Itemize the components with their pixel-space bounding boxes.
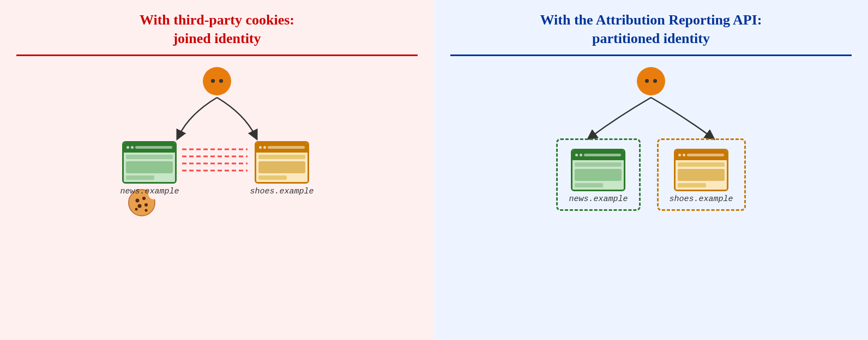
svg-point-12 [145,209,148,211]
left-tb-bar2 [268,146,305,149]
left-browsers-row: news.example [120,141,314,196]
left-person-row [16,67,418,98]
right-tb-bar [584,154,621,156]
svg-point-9 [138,204,142,208]
left-tb-bar [135,146,172,149]
right-partitions-row: news.example shoes.example [450,138,852,211]
left-eye-left [211,79,215,83]
right-shoes-label: shoes.example [670,195,733,204]
left-shoes-block [258,161,305,173]
left-title-line2: joined identity [173,31,261,46]
right-tb-dot4 [683,154,685,156]
right-divider [450,54,852,56]
left-news-label: news.example [120,187,179,196]
svg-point-7 [136,198,140,202]
svg-point-11 [135,208,138,210]
right-tb-dot3 [678,154,681,156]
right-person-avatar [636,67,666,98]
left-tb-dot4 [263,146,266,149]
left-browser2-container: shoes.example [250,141,314,196]
left-panel: With third-party cookies: joined identit… [0,0,434,340]
right-person-head [637,67,665,95]
left-tb-dot3 [259,146,262,149]
right-news-label: news.example [569,195,628,204]
left-shoes-line1 [258,155,305,159]
right-browser-news-toolbar [572,150,624,160]
right-tb-bar2 [687,154,724,156]
right-browser-shoes [674,149,728,191]
left-browser1-container: news.example [120,141,179,196]
right-browser-news [571,149,625,191]
svg-point-8 [142,197,146,200]
left-browser-shoes-body [256,153,308,182]
left-tb-dot1 [126,146,129,149]
left-arrows-svg [135,92,299,147]
left-eye-right [219,79,223,83]
left-browser-shoes-toolbar [256,143,308,153]
right-panel: With the Attribution Reporting API: part… [434,0,868,340]
right-browser-shoes-body [676,160,727,190]
svg-point-10 [144,203,148,207]
right-shoes-line2 [678,183,706,187]
right-news-line1 [575,162,622,167]
left-shoes-label: shoes.example [250,187,314,196]
right-browser-shoes-toolbar [676,150,727,160]
right-title-line2: partitioned identity [592,31,710,46]
left-red-dashes [179,141,250,179]
right-browser-news-body [572,160,624,190]
right-title-line1: With the Attribution Reporting API: [540,12,762,28]
left-browser-news [122,141,177,184]
right-title: With the Attribution Reporting API: part… [540,11,762,48]
right-eye-right [653,79,657,83]
right-tb-dot1 [575,154,578,156]
right-orange-partition: shoes.example [657,138,746,211]
left-news-line2 [126,175,154,180]
right-news-line2 [575,183,603,187]
left-diagram: news.example [16,67,418,329]
left-divider [16,54,418,56]
left-person-avatar [202,67,232,98]
left-news-block [126,161,173,173]
right-tb-dot2 [580,154,582,156]
right-news-block [575,169,622,181]
right-eye-left [645,79,649,83]
left-browser-shoes [255,141,309,184]
left-news-line1 [126,155,173,159]
left-title: With third-party cookies: joined identit… [140,11,294,48]
right-person-row [450,67,852,98]
left-shoes-line2 [258,175,287,180]
right-diagram: news.example shoes.example [450,67,852,329]
left-title-line1: With third-party cookies: [140,12,294,28]
right-shoes-line1 [678,162,725,167]
right-green-partition: news.example [556,138,640,211]
left-browser-news-body [124,153,175,182]
left-person-head [203,67,231,95]
right-shoes-block [678,169,725,181]
left-tb-dot2 [131,146,134,149]
left-browser-news-toolbar [124,143,175,153]
